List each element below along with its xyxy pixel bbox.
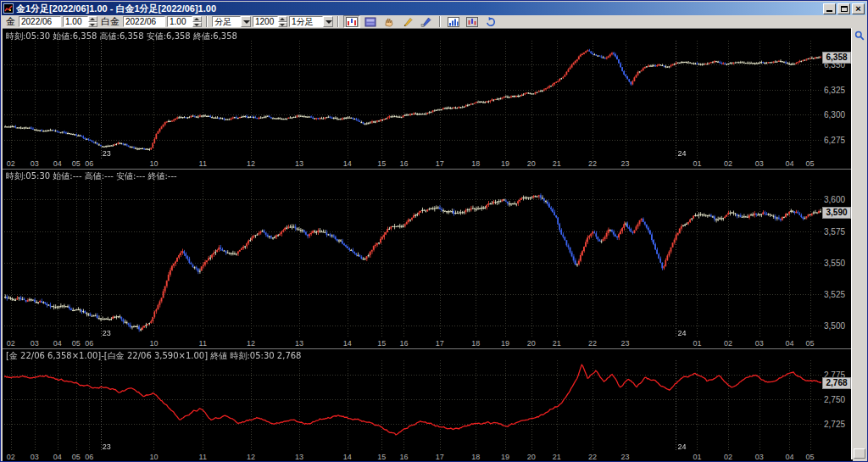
gold-time-axis: 0203040506101112131415161718192021222301…	[4, 159, 821, 169]
x-axis-label: 02	[724, 339, 732, 348]
platinum-chart-canvas[interactable]	[4, 181, 821, 338]
chevron-down-icon[interactable]	[241, 16, 251, 27]
x-axis-label: 16	[399, 453, 408, 462]
x-axis-label: 10	[149, 159, 158, 169]
x-axis-label: 04	[785, 339, 793, 348]
x-axis-label: 02	[7, 339, 15, 348]
gold-label: 金	[6, 16, 15, 27]
current-price-badge: 6,358	[822, 52, 851, 64]
right-toolbar-strip	[851, 28, 866, 459]
bar-count-field[interactable]: 1200	[253, 16, 278, 27]
gold-ratio-spinner: 1.00	[63, 16, 97, 27]
x-axis-label: 22	[588, 159, 597, 169]
x-axis-label: 15	[377, 159, 386, 169]
hand-icon	[383, 17, 395, 27]
x-axis-label: 11	[199, 159, 207, 169]
gold-month-field[interactable]: 2022/06	[19, 16, 61, 27]
x-axis-label: 03	[755, 159, 764, 169]
gold-chart-canvas[interactable]	[4, 41, 821, 159]
maximize-icon	[841, 6, 848, 12]
pencil-icon	[402, 17, 414, 27]
x-axis-label: 17	[436, 159, 444, 169]
spread-plot: 2324	[4, 360, 821, 452]
day-marker-label: 24	[677, 443, 686, 451]
price-axis-label: 3,525	[824, 290, 845, 299]
titlebar[interactable]: 金1分足[2022/06]1.00 - 白金1分足[2022/06]1.00 ×	[2, 2, 866, 15]
app-icon	[3, 3, 14, 14]
window-title: 金1分足[2022/06]1.00 - 白金1分足[2022/06]1.00	[16, 3, 823, 14]
chevron-down-icon[interactable]	[323, 16, 333, 27]
spread-chart-canvas[interactable]	[4, 360, 821, 452]
bar-chart-button[interactable]	[445, 15, 462, 28]
refresh-button[interactable]	[482, 15, 499, 28]
x-axis-label: 01	[693, 339, 701, 348]
x-axis-label: 14	[343, 453, 352, 462]
window-controls: ×	[823, 3, 865, 14]
spread-time-axis: 0203040506101112131415161718192021222301…	[4, 452, 821, 462]
chart-setup-button[interactable]	[343, 15, 360, 28]
x-axis-label: 05	[805, 339, 814, 348]
x-axis-label: 15	[377, 339, 386, 348]
minimize-button[interactable]	[823, 3, 836, 14]
platinum-panel: 時刻:05:30 始値:--- 高値:--- 安値:--- 終値:--- 232…	[3, 169, 853, 348]
gold-ratio-field[interactable]: 1.00	[63, 16, 88, 27]
ohlc-chart-button[interactable]	[464, 15, 481, 28]
x-axis-label: 18	[471, 453, 480, 462]
interval-value[interactable]: 1分足	[289, 16, 323, 27]
spin-down-icon[interactable]	[278, 22, 287, 28]
price-axis-label: 3,500	[824, 321, 845, 331]
day-marker-label: 23	[103, 443, 111, 451]
x-axis-label: 14	[343, 159, 352, 169]
x-axis-label: 13	[295, 339, 303, 348]
pencil-tool-button[interactable]	[399, 15, 416, 28]
x-axis-label: 05	[805, 159, 814, 169]
platinum-label: 白金	[101, 16, 120, 27]
x-axis-label: 12	[247, 159, 255, 169]
maximize-button[interactable]	[837, 3, 850, 14]
x-axis-label: 05	[72, 159, 81, 169]
close-icon: ×	[855, 4, 860, 13]
x-axis-label: 23	[621, 159, 630, 169]
bar-type-value[interactable]: 分足	[212, 16, 241, 27]
x-axis-label: 20	[527, 159, 536, 169]
minimize-icon	[826, 10, 832, 12]
x-axis-label: 11	[199, 453, 207, 462]
ohlc-chart-icon	[466, 17, 478, 27]
gold-plot: 2324	[4, 41, 821, 159]
platinum-ratio-field[interactable]: 1.00	[167, 16, 192, 27]
x-axis-label: 03	[755, 453, 764, 462]
x-axis-label: 02	[7, 453, 15, 462]
gold-ratio-arrows[interactable]	[88, 16, 97, 27]
brush-tool-button[interactable]	[418, 15, 435, 28]
day-marker-label: 24	[677, 149, 686, 158]
search-button[interactable]	[853, 29, 866, 42]
x-axis-label: 20	[527, 339, 536, 348]
gold-panel: 時刻:05:30 始値:6,358 高値:6,358 安値:6,358 終値:6…	[3, 30, 853, 169]
x-axis-label: 05	[72, 453, 81, 462]
toolbar-separator	[439, 16, 441, 27]
refresh-icon	[485, 17, 497, 27]
x-axis-label: 04	[785, 159, 793, 169]
platinum-month-field[interactable]: 2022/06	[123, 16, 165, 27]
interval-combo[interactable]: 1分足	[289, 16, 333, 27]
price-axis-label: 6,300	[824, 110, 845, 120]
day-marker-label: 24	[677, 329, 686, 337]
platinum-ratio-arrows[interactable]	[192, 16, 202, 27]
bar-count-spinner: 1200	[253, 16, 287, 27]
x-axis-label: 10	[149, 339, 158, 348]
close-button[interactable]: ×	[852, 3, 865, 14]
platinum-quote-readout: 時刻:05:30 始値:--- 高値:--- 安値:--- 終値:---	[6, 170, 177, 182]
hand-tool-button[interactable]	[381, 15, 398, 28]
panel-layout-button[interactable]	[362, 15, 379, 28]
gold-quote-readout: 時刻:05:30 始値:6,358 高値:6,358 安値:6,358 終値:6…	[6, 31, 237, 42]
platinum-price-axis: 3,6003,5753,5503,5253,5003,590	[821, 181, 853, 338]
bar-count-arrows[interactable]	[278, 16, 287, 27]
price-axis-label: 6,275	[824, 136, 845, 145]
x-axis-label: 17	[436, 339, 444, 348]
resize-grip[interactable]	[854, 448, 865, 459]
bar-type-combo[interactable]: 分足	[212, 16, 251, 27]
gold-price-axis: 6,3506,3256,3006,2756,358	[821, 41, 853, 159]
spin-down-icon[interactable]	[192, 22, 202, 28]
spin-down-icon[interactable]	[88, 22, 97, 28]
platinum-time-axis: 0203040506101112131415161718192021222301…	[4, 338, 821, 348]
